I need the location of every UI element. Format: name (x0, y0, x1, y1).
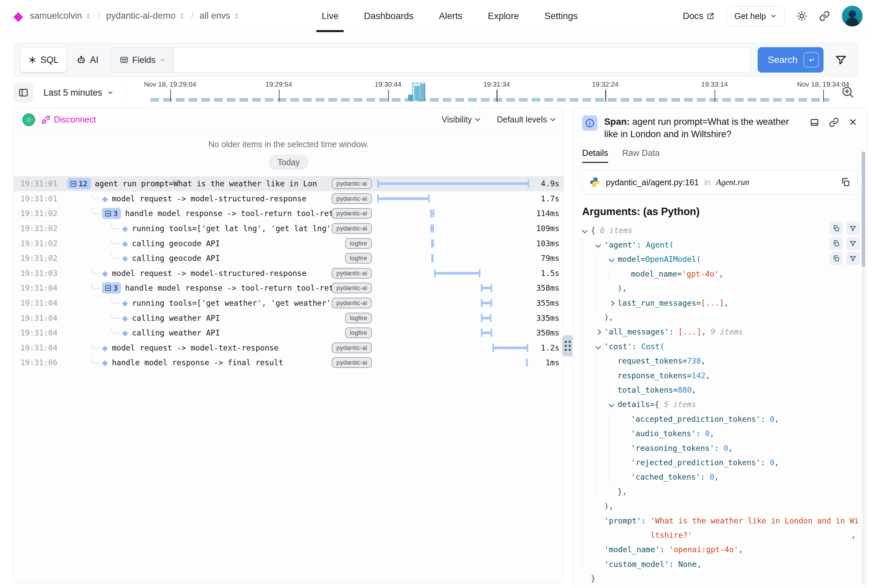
code-collapse-icon[interactable] (595, 240, 604, 249)
filter-button[interactable] (835, 54, 847, 66)
trace-row[interactable]: 19:31:02 ◆ calling geocode API logfire 1… (14, 236, 563, 251)
search-button[interactable]: Search (758, 47, 824, 73)
copy-source-button[interactable] (841, 177, 851, 187)
trace-row[interactable]: 19:31:01 12 agent run prompt=What is the… (14, 176, 563, 191)
code-line: 'rejected_prediction_tokens': 0, (582, 455, 858, 470)
nav-tab-dashboards[interactable]: Dashboards (364, 0, 413, 32)
span-detail-panel: Span: agent run prompt=What is the weath… (572, 107, 868, 588)
trace-row[interactable]: 19:31:01 ◆ model request -> model-struct… (14, 191, 563, 206)
tag-pill[interactable]: pydantic-ai (332, 223, 372, 234)
code-token: Agent( (646, 240, 674, 249)
search-input[interactable] (174, 48, 751, 72)
indent-guide (582, 513, 595, 528)
code-line: ), (582, 310, 858, 324)
today-button[interactable]: Today (269, 154, 309, 170)
copy-value-button[interactable] (830, 252, 843, 265)
docs-link[interactable]: Docs (683, 11, 715, 21)
get-help-button[interactable]: Get help (727, 6, 784, 26)
tree-elbow-icon (111, 239, 119, 244)
sidebar-toggle-button[interactable] (13, 82, 33, 103)
code-token: request_tokens= (617, 357, 687, 365)
row-timestamp: 19:31:02 (20, 209, 67, 218)
code-collapse-icon[interactable] (582, 226, 591, 235)
funnel-icon (849, 225, 857, 232)
trace-row[interactable]: 19:31:02 ◆ running tools=['get_lat_lng',… (14, 221, 563, 236)
tag-pill[interactable]: pydantic-ai (332, 268, 372, 279)
trace-row[interactable]: 19:31:02 3 handle model response -> tool… (14, 206, 563, 221)
code-token: 738 (687, 357, 701, 365)
tag-pill[interactable]: pydantic-ai (332, 357, 372, 368)
code-token: 'gpt-4o' (682, 270, 719, 278)
breadcrumb-separator: / (97, 11, 100, 21)
breadcrumb-item[interactable]: samuelcolvin (30, 11, 91, 21)
trace-row[interactable]: 19:31:02 ◆ calling geocode API logfire 7… (14, 251, 563, 266)
copy-value-button[interactable] (830, 237, 843, 250)
tab-raw-data[interactable]: Raw Data (622, 148, 660, 163)
time-range-dropdown[interactable]: Last 5 minutes (43, 88, 114, 98)
tag-pill[interactable]: pydantic-ai (332, 208, 372, 219)
tag-pill[interactable]: logfire (345, 238, 372, 249)
code-expand-icon[interactable] (595, 327, 604, 336)
detail-scrollbar[interactable] (862, 152, 865, 585)
nav-tab-live[interactable]: Live (322, 0, 339, 32)
updown-chevrons-icon (178, 13, 185, 20)
filter-value-button[interactable] (846, 252, 860, 265)
visibility-label: Visibility (442, 115, 472, 124)
scrollbar-thumb[interactable] (862, 152, 865, 267)
code-expand-icon[interactable] (609, 298, 617, 308)
timeline-plot[interactable]: Nov 18, 19:29:0419:29:5419:30:4419:31:34… (150, 81, 829, 104)
tree-elbow-icon (111, 224, 119, 229)
tag-pill[interactable]: pydantic-ai (332, 283, 372, 293)
trace-row[interactable]: 19:31:06 ◆ handle model response -> fina… (14, 355, 563, 370)
tag-pill[interactable]: logfire (345, 327, 372, 338)
tag-pill[interactable]: logfire (345, 253, 372, 264)
zoom-in-button[interactable] (841, 85, 855, 99)
trace-row[interactable]: 19:31:04 ◆ calling weather API logfire 3… (14, 326, 563, 340)
code-collapse-icon[interactable] (595, 342, 604, 351)
dock-panel-button[interactable] (809, 117, 820, 128)
trace-row[interactable]: 19:31:03 ◆ model request -> model-struct… (14, 266, 563, 281)
tag-pill[interactable]: pydantic-ai (332, 178, 372, 189)
sql-mode-button[interactable]: SQL (20, 48, 66, 72)
nav-right: Docs Get help (683, 0, 863, 32)
code-token: , (714, 472, 719, 481)
nav-tab-explore[interactable]: Explore (488, 0, 519, 32)
breadcrumb-item[interactable]: pydantic-ai-demo (106, 11, 185, 21)
collapse-button[interactable]: 12 (67, 178, 91, 189)
nav-tab-alerts[interactable]: Alerts (439, 0, 462, 32)
breadcrumb-item[interactable]: all envs (199, 11, 240, 21)
share-link-button[interactable] (819, 11, 830, 21)
code-collapse-icon[interactable] (609, 255, 617, 264)
nav-tab-settings[interactable]: Settings (544, 0, 577, 32)
close-panel-button[interactable] (848, 117, 858, 127)
fields-dropdown-button[interactable]: Fields (111, 48, 174, 72)
avatar[interactable] (842, 6, 863, 26)
panel-splitter-handle[interactable] (562, 335, 574, 357)
app: ◆ samuelcolvin/pydantic-ai-demo/all envs… (0, 0, 872, 588)
trace-row[interactable]: 19:31:04 ◆ model request -> model-text-r… (14, 340, 563, 356)
row-label-cell: 12 agent run prompt=What is the weather … (67, 178, 333, 189)
visibility-dropdown[interactable]: Visibility (442, 115, 479, 124)
disconnect-button[interactable]: Disconnect (41, 115, 96, 124)
trace-row[interactable]: 19:31:04 3 handle model response -> tool… (14, 280, 563, 296)
tag-pill[interactable]: pydantic-ai (332, 298, 372, 308)
trace-row[interactable]: 19:31:04 ◆ running tools=['get_weather',… (14, 296, 563, 311)
code-collapse-icon[interactable] (609, 400, 617, 409)
theme-toggle-button[interactable] (796, 11, 807, 21)
timeline-selection[interactable] (412, 82, 425, 100)
trace-row[interactable]: 19:31:04 ◆ calling weather API logfire 3… (14, 310, 563, 326)
filter-value-button[interactable] (846, 237, 860, 250)
logfire-logo-icon[interactable]: ◆ (13, 10, 23, 22)
ai-mode-button[interactable]: AI (73, 48, 102, 72)
filter-value-button[interactable] (846, 222, 860, 235)
collapse-button[interactable]: 3 (102, 208, 121, 219)
collapse-button[interactable]: 3 (102, 282, 121, 294)
tag-pill[interactable]: pydantic-ai (332, 194, 372, 204)
tab-details[interactable]: Details (582, 148, 608, 163)
default-levels-dropdown[interactable]: Default levels (497, 115, 555, 124)
source-location-chip[interactable]: pydantic_ai/agent.py:161 in Agent.run (582, 170, 858, 194)
tag-pill[interactable]: logfire (345, 313, 372, 323)
tag-pill[interactable]: pydantic-ai (332, 342, 372, 353)
copy-span-link-button[interactable] (829, 117, 839, 128)
copy-value-button[interactable] (830, 222, 843, 235)
